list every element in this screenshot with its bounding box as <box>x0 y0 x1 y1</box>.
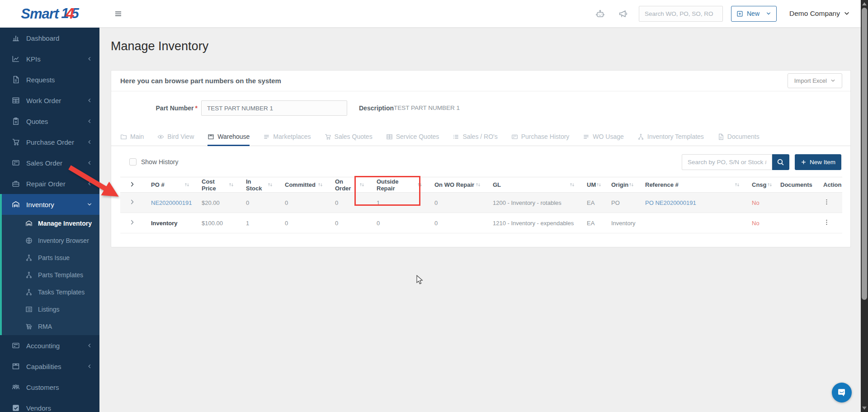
topbar: New Demo Company <box>99 0 861 28</box>
file-icon <box>717 133 724 140</box>
tab-sales-quotes[interactable]: Sales Quotes <box>325 128 373 146</box>
expand-all-chevron-icon[interactable] <box>129 181 135 187</box>
tab-documents[interactable]: Documents <box>717 128 760 146</box>
expand-row-chevron-icon[interactable] <box>129 219 135 225</box>
sort-icon[interactable] <box>267 182 273 188</box>
tab-wo-usage[interactable]: WO Usage <box>583 128 623 146</box>
globe-icon <box>25 237 33 244</box>
app-root: Smart 1 4 5 Dashboard KPIs Requests <box>0 0 868 412</box>
sort-icon[interactable] <box>734 182 740 188</box>
tab-main[interactable]: Main <box>120 128 144 146</box>
sort-icon[interactable] <box>228 182 234 188</box>
cnsg-value: No <box>752 199 760 206</box>
sidebar-item-vendors[interactable]: Vendors <box>0 398 99 412</box>
brand-logo[interactable]: Smart 1 4 5 <box>0 0 99 28</box>
col-in-stock: In Stock <box>246 178 267 192</box>
documents-cell <box>771 193 814 213</box>
tab-warehouse[interactable]: Warehouse <box>208 128 250 146</box>
kpi-icon <box>12 55 20 63</box>
sidebar-item-rma[interactable]: RMA <box>2 318 99 335</box>
sidebar-item-listings[interactable]: Listings <box>2 301 99 318</box>
assistant-bot-icon[interactable] <box>595 9 605 19</box>
sort-icon[interactable] <box>417 182 423 188</box>
card-icon <box>511 133 518 140</box>
sidebar-item-accounting[interactable]: Accounting <box>0 335 99 356</box>
sort-icon[interactable] <box>569 182 575 188</box>
eye-icon <box>157 133 164 140</box>
new-item-button[interactable]: New Item <box>795 154 841 170</box>
sort-icon[interactable] <box>475 182 481 188</box>
sidebar-item-customers[interactable]: Customers <box>0 377 99 398</box>
tab-inventory-templates[interactable]: Inventory Templates <box>637 128 704 146</box>
tab-purchase-history[interactable]: Purchase History <box>511 128 570 146</box>
sort-icon[interactable] <box>184 182 190 188</box>
sidebar-item-sales-order[interactable]: Sales Order <box>0 152 99 173</box>
col-action: Action <box>823 181 841 188</box>
table-actions: New Item <box>682 154 841 170</box>
sidebar-item-parts-templates[interactable]: Parts Templates <box>2 266 99 284</box>
sidebar-item-manage-inventory[interactable]: Manage Inventory <box>2 215 99 232</box>
hamburger-menu-icon[interactable] <box>114 9 123 18</box>
global-search-input[interactable] <box>639 6 723 22</box>
sort-icon[interactable] <box>628 182 634 188</box>
browser-scrollbar[interactable] <box>861 0 868 412</box>
new-button[interactable]: New <box>731 6 777 22</box>
po-number-link[interactable]: NE2020000191 <box>151 199 192 206</box>
import-excel-button[interactable]: Import Excel <box>788 73 842 88</box>
sidebar-item-work-order[interactable]: Work Order <box>0 90 99 111</box>
lines-icon <box>583 133 590 140</box>
part-number-input[interactable] <box>201 100 347 116</box>
sort-icon[interactable] <box>317 182 323 188</box>
scrollbar-down-arrow-icon[interactable] <box>862 407 867 410</box>
sidebar-item-quotes[interactable]: Quotes <box>0 111 99 132</box>
sort-icon[interactable] <box>596 182 602 188</box>
stock-search-input[interactable] <box>682 154 772 170</box>
sidebar-item-inventory-browser[interactable]: Inventory Browser <box>2 232 99 249</box>
tab-marketplaces[interactable]: Marketplaces <box>263 128 311 146</box>
documents-cell <box>771 213 814 233</box>
row-actions-menu-icon[interactable] <box>823 199 830 205</box>
announcements-icon[interactable] <box>618 9 628 19</box>
reference-link[interactable]: PO NE2020000191 <box>645 199 696 206</box>
company-menu[interactable]: Demo Company <box>789 9 850 18</box>
warehouse-icon <box>25 220 33 227</box>
sidebar-item-capabilities[interactable]: Capabilities <box>0 356 99 377</box>
sidebar-item-dashboard[interactable]: Dashboard <box>0 28 99 48</box>
sidebar-item-parts-issue[interactable]: Parts Issue <box>2 249 99 266</box>
sort-icon[interactable] <box>767 182 773 188</box>
chevron-down-icon <box>844 10 850 17</box>
branch-icon <box>637 133 644 140</box>
card-intro-text: Here you can browse part numbers on the … <box>120 77 281 85</box>
list-icon <box>25 306 33 313</box>
po-number-text: Inventory <box>151 220 178 227</box>
plus-square-icon <box>736 10 743 17</box>
chat-launcher-button[interactable] <box>832 383 852 403</box>
sidebar-item-inventory[interactable]: Inventory <box>2 194 99 215</box>
sidebar-nav: Dashboard KPIs Requests Work Order Quote… <box>0 28 99 412</box>
outside-repair-value: 1 <box>368 193 425 213</box>
tab-sales-ros[interactable]: Sales / RO's <box>453 128 497 146</box>
box-icon <box>208 133 214 140</box>
sidebar-item-requests[interactable]: Requests <box>0 69 99 90</box>
show-history-toggle[interactable]: Show History <box>129 158 178 166</box>
sidebar-item-kpis[interactable]: KPIs <box>0 48 99 69</box>
sidebar-item-purchase-order[interactable]: Purchase Order <box>0 132 99 152</box>
warehouse-toolbar: Show History New Item <box>120 154 841 170</box>
stock-search-button[interactable] <box>772 154 789 170</box>
tab-service-quotes[interactable]: Service Quotes <box>386 128 439 146</box>
scrollbar-up-arrow-icon[interactable] <box>862 2 867 5</box>
expand-row-chevron-icon[interactable] <box>129 199 135 205</box>
row-actions-menu-icon[interactable] <box>823 219 830 226</box>
part-number-label: Part Number* <box>111 100 198 116</box>
inventory-group: Inventory Manage Inventory Inventory Bro… <box>0 194 99 335</box>
sidebar-item-tasks-templates[interactable]: Tasks Templates <box>2 284 99 301</box>
tab-bird-view[interactable]: Bird View <box>157 128 194 146</box>
sidebar-item-repair-order[interactable]: Repair Order <box>0 173 99 194</box>
show-history-checkbox[interactable] <box>129 158 137 166</box>
chevron-down-icon <box>830 78 835 83</box>
chevron-left-icon <box>87 139 92 145</box>
scrollbar-thumb[interactable] <box>862 8 867 300</box>
chevron-left-icon <box>87 364 92 369</box>
lines-icon <box>263 133 270 140</box>
sort-icon[interactable] <box>359 182 365 188</box>
